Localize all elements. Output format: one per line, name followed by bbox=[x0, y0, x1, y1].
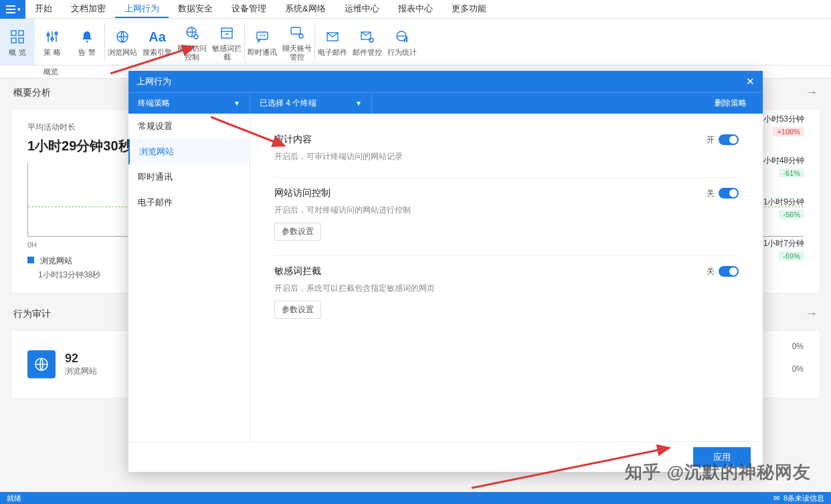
svg-point-16 bbox=[194, 35, 198, 39]
sidebar-item-3[interactable]: 电子邮件 bbox=[128, 190, 250, 215]
ribbon-bell[interactable]: 告 警 bbox=[70, 19, 104, 65]
param-button[interactable]: 参数设置 bbox=[274, 301, 321, 319]
aa-icon: Aa bbox=[149, 27, 166, 47]
menu-item-2[interactable]: 上网行为 bbox=[115, 0, 169, 18]
mail-lock-icon bbox=[360, 27, 375, 47]
setting-title: 网站访问控制 bbox=[274, 187, 331, 199]
svg-rect-1 bbox=[6, 9, 15, 10]
svg-rect-2 bbox=[6, 12, 15, 13]
ribbon-aa[interactable]: Aa搜索引擎 bbox=[140, 19, 175, 65]
filter-policy-dropdown[interactable]: 终端策略▼ bbox=[128, 93, 250, 114]
sidebar-item-0[interactable]: 常规设置 bbox=[128, 114, 250, 139]
chat-icon bbox=[255, 27, 270, 47]
sliders-icon bbox=[45, 27, 60, 47]
sidebar-item-2[interactable]: 即时通讯 bbox=[128, 164, 250, 190]
toggle-state: 关 bbox=[707, 188, 715, 199]
dialog-content: 审计内容开开启后，可审计终端访问的网站记录网站访问控制关开启后，可对终端访问的网… bbox=[250, 114, 763, 441]
globe-icon bbox=[27, 350, 56, 378]
dialog-footer: 应用 bbox=[128, 441, 763, 472]
setting-desc: 开启后，可审计终端访问的网站记录 bbox=[274, 151, 739, 162]
chat-lock-icon bbox=[290, 23, 304, 43]
setting-title: 敏感词拦截 bbox=[274, 265, 321, 277]
dialog-title: 上网行为 bbox=[136, 76, 171, 88]
setting-desc: 开启后，可对终端访问的网站进行控制 bbox=[274, 205, 739, 216]
svg-rect-0 bbox=[6, 5, 15, 7]
globe-icon bbox=[115, 27, 130, 47]
audit-title: 行为审计 bbox=[13, 308, 51, 320]
ribbon-globe-chart[interactable]: 行为统计 bbox=[385, 19, 420, 65]
svg-rect-30 bbox=[404, 39, 405, 42]
setting-block-1: 网站访问控制关开启后，可对终端访问的网站进行控制参数设置 bbox=[274, 178, 739, 256]
apply-button[interactable]: 应用 bbox=[693, 447, 751, 467]
ribbon-chat-lock[interactable]: 聊天账号管控 bbox=[280, 19, 314, 65]
toggle-switch[interactable] bbox=[719, 266, 739, 277]
globe-chart-icon bbox=[395, 27, 409, 47]
globe-gear-icon bbox=[185, 23, 199, 43]
ribbon-globe[interactable]: 浏览网站 bbox=[105, 19, 140, 65]
menu-bar: ▾ 开始文档加密上网行为数据安全设备管理系统&网络运维中心报表中心更多功能 bbox=[0, 0, 831, 19]
ribbon-sliders[interactable]: 策 略 bbox=[35, 19, 70, 65]
svg-point-21 bbox=[260, 35, 261, 36]
mail-icon bbox=[325, 27, 340, 47]
setting-title: 审计内容 bbox=[274, 134, 312, 146]
legend-label: 浏览网站 bbox=[40, 256, 72, 265]
sidebar-item-1[interactable]: 浏览网站 bbox=[128, 139, 250, 164]
menu-item-3[interactable]: 数据安全 bbox=[169, 0, 222, 18]
audit-expand-icon[interactable]: → bbox=[806, 307, 818, 321]
status-text: 就绪 bbox=[7, 493, 21, 503]
ribbon-grid[interactable]: 概 览 bbox=[0, 19, 35, 65]
ribbon-mail-lock[interactable]: 邮件管控 bbox=[350, 19, 385, 65]
audit-label: 浏览网站 bbox=[65, 366, 97, 377]
toggle-state: 关 bbox=[707, 266, 715, 277]
dialog-titlebar: 上网行为 ✕ bbox=[128, 71, 763, 92]
caret-down-icon: ▼ bbox=[355, 100, 362, 107]
menu-item-4[interactable]: 设备管理 bbox=[222, 0, 276, 18]
delete-policy-button[interactable]: 删除策略 bbox=[699, 98, 763, 109]
svg-point-28 bbox=[369, 38, 373, 42]
close-icon[interactable]: ✕ bbox=[746, 76, 755, 88]
svg-rect-3 bbox=[11, 31, 16, 35]
toggle-state: 开 bbox=[707, 134, 715, 146]
message-icon[interactable]: ✉ bbox=[773, 494, 779, 503]
menu-item-7[interactable]: 报表中心 bbox=[389, 0, 442, 18]
legend-color-icon bbox=[27, 257, 34, 263]
setting-block-0: 审计内容开开启后，可审计终端访问的网站记录 bbox=[274, 124, 739, 178]
svg-rect-31 bbox=[406, 37, 407, 42]
bell-icon bbox=[80, 27, 94, 47]
svg-point-23 bbox=[264, 35, 265, 36]
toggle-switch[interactable] bbox=[719, 134, 739, 145]
svg-point-13 bbox=[86, 41, 88, 43]
ribbon-mail[interactable]: 电子邮件 bbox=[315, 19, 350, 65]
param-button[interactable]: 参数设置 bbox=[274, 223, 321, 241]
ribbon-chat[interactable]: 即时通讯 bbox=[245, 19, 280, 65]
grid-icon bbox=[10, 27, 25, 47]
svg-rect-4 bbox=[19, 31, 23, 35]
setting-desc: 开启后，系统可以拦截包含指定敏感词的网页 bbox=[274, 283, 739, 294]
status-bar: 就绪 ✉ 8条未读信息 bbox=[0, 492, 831, 504]
svg-rect-24 bbox=[291, 27, 300, 34]
audit-count: 92 bbox=[65, 352, 97, 366]
caret-down-icon: ▼ bbox=[234, 100, 240, 107]
ribbon-toolbar: 概 览策 略告 警浏览网站Aa搜索引擎网站访问控制敏感词拦截即时通讯聊天账号管控… bbox=[0, 19, 831, 66]
svg-rect-17 bbox=[221, 28, 232, 38]
svg-rect-5 bbox=[11, 38, 16, 43]
dialog-sidebar: 常规设置浏览网站即时通讯电子邮件 bbox=[128, 114, 250, 441]
toggle-switch[interactable] bbox=[719, 188, 739, 199]
ribbon-calendar[interactable]: 敏感词拦截 bbox=[209, 19, 244, 65]
summary-expand-icon[interactable]: → bbox=[806, 86, 818, 100]
app-menu-icon[interactable]: ▾ bbox=[0, 0, 25, 19]
svg-point-22 bbox=[262, 35, 263, 36]
policy-dialog: 上网行为 ✕ 终端策略▼ 已选择 4 个终端▼ 删除策略 常规设置浏览网站即时通… bbox=[128, 71, 763, 472]
menu-item-1[interactable]: 文档加密 bbox=[62, 0, 115, 18]
svg-rect-6 bbox=[19, 38, 23, 43]
calendar-icon bbox=[219, 23, 234, 43]
audit-right-stats: 0% 0% bbox=[792, 342, 804, 387]
filter-terminals-dropdown[interactable]: 已选择 4 个终端▼ bbox=[250, 93, 372, 114]
menu-item-6[interactable]: 运维中心 bbox=[335, 0, 389, 18]
ribbon-globe-gear[interactable]: 网站访问控制 bbox=[175, 19, 209, 65]
summary-title: 概要分析 bbox=[13, 87, 51, 99]
menu-item-5[interactable]: 系统&网络 bbox=[276, 0, 335, 18]
status-messages[interactable]: 8条未读信息 bbox=[783, 493, 824, 503]
menu-item-8[interactable]: 更多功能 bbox=[442, 0, 496, 18]
menu-item-0[interactable]: 开始 bbox=[25, 0, 62, 18]
